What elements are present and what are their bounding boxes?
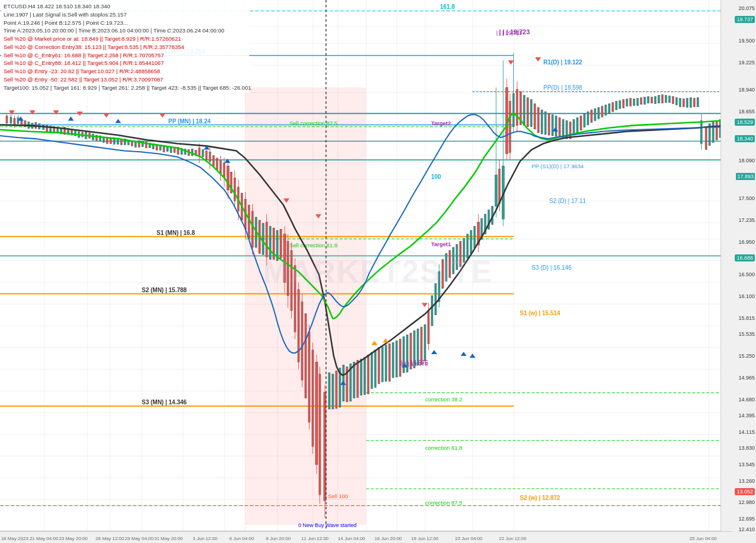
sell-line6: Sell %20 @ Entry -50: 22.582 || Target:1… xyxy=(4,76,247,84)
svg-text:S2 (MN) | 15.788: S2 (MN) | 15.788 xyxy=(142,287,187,293)
svg-rect-266 xyxy=(527,98,529,127)
svg-rect-150 xyxy=(216,158,218,170)
price-14680: 14.680 xyxy=(738,397,755,403)
time-label-12: 16 Jun 20:00 xyxy=(374,536,402,541)
price-16500: 16.500 xyxy=(738,272,755,277)
time-label-10: 11 Jun 12:00 xyxy=(301,536,328,541)
price-13545: 13.545 xyxy=(738,462,755,467)
svg-rect-314 xyxy=(697,98,699,107)
svg-rect-176 xyxy=(280,229,282,258)
price-18090: 18.090 xyxy=(738,158,755,163)
svg-rect-306 xyxy=(669,96,670,103)
svg-rect-149 xyxy=(213,156,214,166)
svg-rect-270 xyxy=(541,110,543,134)
time-label-3: 23 May 20:00 xyxy=(59,536,87,541)
price-20075: 20.075 xyxy=(738,5,755,11)
time-label-5: 29 May 04:00 xyxy=(125,536,153,541)
svg-rect-293 xyxy=(623,100,624,108)
svg-text:correction 87.5: correction 87.5 xyxy=(425,499,462,505)
target-line: Target100: 15.052 | Target 161: 8.929 | … xyxy=(4,84,247,92)
svg-rect-283 xyxy=(587,112,589,125)
info-panel: ETCUSD.H4 18.422 18.510 18.340 18.340 Li… xyxy=(1,1,249,93)
svg-rect-210 xyxy=(364,357,366,394)
price-15535: 15.535 xyxy=(738,331,755,337)
sell-line3: Sell %10 @ C_Entry61: 16.688 || Target:2… xyxy=(4,51,247,60)
svg-text:PP (MN) | 18.24: PP (MN) | 18.24 xyxy=(168,117,211,124)
svg-text:PP(D) | 18.598: PP(D) | 18.598 xyxy=(543,84,582,91)
svg-text:0 New Buy Wave started: 0 New Buy Wave started xyxy=(298,522,357,528)
svg-rect-234 xyxy=(442,260,444,289)
svg-rect-227 xyxy=(424,325,426,361)
svg-rect-242 xyxy=(470,230,472,253)
svg-rect-220 xyxy=(399,339,401,376)
svg-rect-273 xyxy=(552,115,553,136)
time-label-16: 25 Jun 04:00 xyxy=(689,536,716,541)
time-label-2: 21 May 04:00 xyxy=(30,536,58,541)
svg-rect-280 xyxy=(576,117,578,133)
svg-text:S1 (w) | 15.514: S1 (w) | 15.514 xyxy=(520,310,561,316)
svg-rect-268 xyxy=(534,104,536,129)
time-label-1: 18 May 2023 xyxy=(1,536,28,541)
svg-rect-243 xyxy=(474,226,475,248)
svg-rect-146 xyxy=(206,151,207,160)
sell-line4: Sell %10 @ C_Entry88: 18.412 || Target:5… xyxy=(4,59,247,67)
time-label-9: 8 Jun 20:00 xyxy=(266,536,291,541)
svg-text:correction 61.8: correction 61.8 xyxy=(425,444,462,450)
svg-rect-298 xyxy=(640,98,642,104)
price-12695: 12.695 xyxy=(738,516,755,522)
price-19225: 19.225 xyxy=(738,60,755,66)
svg-rect-276 xyxy=(562,119,564,138)
svg-rect-290 xyxy=(612,103,614,112)
svg-rect-272 xyxy=(548,113,550,135)
time-label-7: 3 Jun 12:00 xyxy=(193,536,217,541)
svg-rect-118 xyxy=(110,138,112,143)
svg-rect-219 xyxy=(396,341,397,377)
time-label-15: 22 Jun 12:00 xyxy=(499,536,526,541)
svg-text:Sell 100: Sell 100 xyxy=(328,493,348,499)
svg-rect-308 xyxy=(676,98,677,105)
svg-text:Sell correction 61.8: Sell correction 61.8 xyxy=(289,242,337,248)
svg-rect-202 xyxy=(335,371,337,408)
svg-text:S3 (D) | 16.146: S3 (D) | 16.146 xyxy=(532,264,572,271)
svg-rect-211 xyxy=(367,355,369,394)
price-axis: 20.075 19.737 19.500 19.225 18.940 18.65… xyxy=(721,0,756,543)
svg-rect-300 xyxy=(647,97,649,103)
svg-rect-310 xyxy=(683,99,685,107)
svg-text:161.8: 161.8 xyxy=(440,4,455,10)
time-label-4: 26 May 12:00 xyxy=(96,536,124,541)
svg-text:| | | 14.976: | | | 14.976 xyxy=(400,359,428,366)
svg-rect-297 xyxy=(637,99,638,106)
svg-rect-235 xyxy=(445,253,447,281)
time-label-8: 6 Jun 04:00 xyxy=(229,536,254,541)
price-14115: 14.115 xyxy=(738,429,755,435)
svg-rect-209 xyxy=(360,359,362,395)
svg-rect-212 xyxy=(371,352,373,388)
svg-rect-214 xyxy=(378,348,380,384)
svg-text:correction 38.2: correction 38.2 xyxy=(425,396,462,403)
svg-rect-274 xyxy=(555,116,557,136)
svg-rect-218 xyxy=(392,343,394,378)
points-line: Point A:19.246 | Point B:12.575 | Point … xyxy=(4,19,247,27)
svg-rect-121 xyxy=(120,139,122,145)
price-12410: 12.410 xyxy=(738,526,755,532)
svg-rect-269 xyxy=(537,107,539,133)
svg-text:Target2: Target2 xyxy=(431,120,451,126)
time-label-13: 19 Jun 12:00 xyxy=(411,536,438,541)
price-14395: 14.395 xyxy=(738,413,755,418)
svg-rect-317 xyxy=(705,127,707,150)
svg-rect-309 xyxy=(679,99,681,107)
svg-rect-304 xyxy=(662,94,663,103)
signal-line: Line:1907 | Last Signal is:Sell with sto… xyxy=(4,11,247,19)
svg-text:| | | 19|723: | | | 19|723 xyxy=(499,28,530,35)
svg-rect-239 xyxy=(460,241,461,267)
price-17893: 17.893 xyxy=(736,174,755,179)
svg-rect-237 xyxy=(452,247,454,274)
svg-rect-282 xyxy=(584,113,585,127)
svg-rect-279 xyxy=(573,119,575,135)
price-16950: 16.950 xyxy=(738,239,755,245)
svg-rect-208 xyxy=(357,360,359,397)
time-label-14: 22 Jun 04:00 xyxy=(455,536,482,541)
price-13260: 13.260 xyxy=(738,478,755,484)
svg-rect-238 xyxy=(456,244,458,270)
chart-container: MARKET2SITE xyxy=(0,0,756,543)
